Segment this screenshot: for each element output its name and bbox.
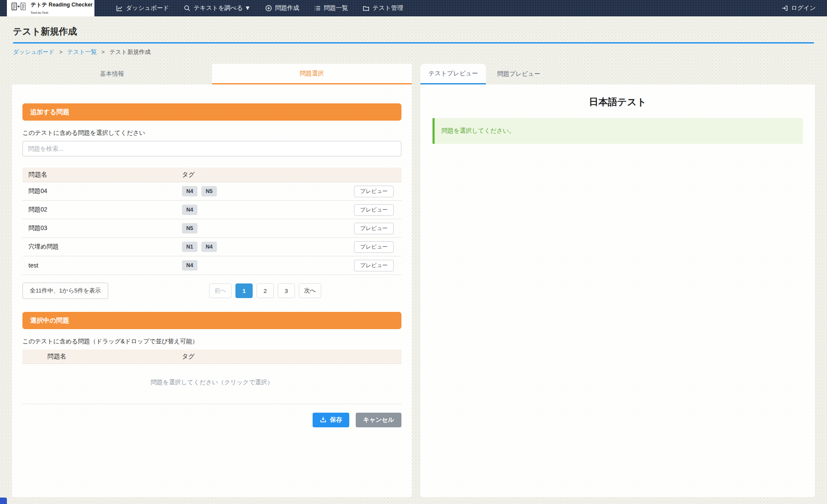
login-icon (781, 5, 788, 12)
save-icon (320, 416, 326, 424)
tag-badge: N4 (182, 186, 197, 196)
pagination-info: 全11件中、1から5件を表示 (22, 283, 108, 299)
nav-item-search-text[interactable]: テキストを調べる ▼ (184, 4, 251, 12)
table-row[interactable]: 問題02N4プレビュー (22, 201, 401, 219)
preview-test-title: 日本語テスト (432, 96, 803, 109)
problem-name: 穴埋め問題 (22, 243, 182, 251)
test-preview-card: 日本語テスト 問題を選択してください。 (420, 84, 815, 497)
table-row[interactable]: 問題03N5プレビュー (22, 219, 401, 238)
preview-button[interactable]: プレビュー (354, 223, 394, 234)
tab-test-preview[interactable]: テストプレビュー (420, 64, 486, 84)
problem-tags: N4N5 (182, 186, 354, 196)
breadcrumb-current: テスト新規作成 (110, 49, 150, 55)
search-icon (184, 5, 191, 12)
title-divider (13, 42, 814, 44)
save-button[interactable]: 保存 (313, 413, 349, 427)
form-actions: 保存 キャンセル (22, 413, 401, 427)
tag-badge: N5 (182, 223, 197, 233)
tag-badge: N1 (182, 242, 197, 252)
column-header-name: 問題名 (22, 171, 182, 179)
problem-tags: N1N4 (182, 242, 354, 252)
nav-item-label: テスト管理 (373, 4, 403, 12)
breadcrumb-separator: > (101, 49, 105, 55)
preview-tabs: テストプレビュー 問題プレビュー (420, 64, 815, 84)
tab-problem-preview[interactable]: 問題プレビュー (486, 64, 551, 84)
tag-badge: N4 (182, 260, 197, 271)
selected-problems-instruction: このテストに含める問題（ドラッグ&ドロップで並び替え可能） (22, 338, 401, 345)
tab-basic-info[interactable]: 基本情報 (12, 64, 212, 84)
problem-tags: N4 (182, 205, 354, 215)
problem-search-input[interactable] (22, 141, 401, 156)
tag-badge: N4 (201, 242, 217, 252)
folder-icon (363, 5, 370, 12)
problem-name: test (22, 262, 182, 269)
preview-button[interactable]: プレビュー (354, 260, 394, 271)
logo-title: テトテ Reading Checker (31, 2, 93, 8)
problem-name: 問題03 (22, 224, 182, 232)
pagination-pages: 前へ 1 2 3 次へ (209, 283, 321, 298)
breadcrumb-link-test-list[interactable]: テスト一覧 (67, 49, 97, 55)
problem-tags: N5 (182, 223, 354, 233)
logo-doc-arrow-icon (11, 2, 28, 14)
column-header-name: 問題名 (22, 352, 182, 361)
nav-item-create-problem[interactable]: 問題作成 (265, 4, 299, 12)
logo-text: テトテ Reading Checker Text-to-Text (31, 1, 93, 16)
pagination-prev-button[interactable]: 前へ (209, 283, 232, 298)
editor-tabs: 基本情報 問題選択 (12, 64, 412, 84)
navbar: テトテ Reading Checker Text-to-Text ダッシュボード (0, 0, 827, 16)
tag-badge: N4 (182, 205, 197, 215)
logo-subtitle: Text-to-Text (31, 11, 48, 14)
app-window: テトテ Reading Checker Text-to-Text ダッシュボード (0, 0, 827, 504)
problem-name: 問題02 (22, 206, 182, 214)
column-header-tags: タグ (182, 171, 401, 179)
problem-name: 問題04 (22, 187, 182, 195)
selected-table-header: 問題名 タグ (22, 349, 401, 364)
login-label: ログイン (791, 4, 816, 12)
problem-select-card: 追加する問題 このテストに含める問題を選択してください 問題名 タグ 問題04N… (12, 84, 412, 497)
save-label: 保存 (330, 416, 342, 424)
preview-panel: テストプレビュー 問題プレビュー 日本語テスト 問題を選択してください。 (420, 64, 815, 497)
corner-widget[interactable] (0, 498, 7, 504)
nav-items: ダッシュボード テキストを調べる ▼ 問題作成 (116, 0, 403, 16)
preview-button[interactable]: プレビュー (354, 186, 394, 197)
tab-problem-select[interactable]: 問題選択 (212, 64, 412, 84)
breadcrumb-separator: > (59, 49, 63, 55)
chart-icon (116, 5, 123, 12)
nav-item-label: テキストを調べる ▼ (194, 4, 251, 12)
content-columns: 基本情報 問題選択 追加する問題 このテストに含める問題を選択してください 問題… (0, 64, 827, 497)
column-header-tags: タグ (182, 352, 401, 361)
preview-button[interactable]: プレビュー (354, 204, 394, 216)
pagination-page-3[interactable]: 3 (278, 283, 295, 298)
selected-empty-message: 問題を選択してください（クリックで選択） (22, 364, 401, 404)
pagination-next-button[interactable]: 次へ (299, 283, 321, 298)
problem-table: 問題名 タグ 問題04N4N5プレビュー問題02N4プレビュー問題03N5プレビ… (22, 168, 401, 275)
preview-button[interactable]: プレビュー (354, 241, 394, 253)
nav-item-label: 問題作成 (275, 4, 299, 12)
logo[interactable]: テトテ Reading Checker Text-to-Text (7, 0, 94, 16)
preview-alert: 問題を選択してください。 (432, 118, 803, 144)
add-problems-header: 追加する問題 (22, 103, 401, 121)
test-editor-panel: 基本情報 問題選択 追加する問題 このテストに含める問題を選択してください 問題… (12, 64, 412, 497)
actions-divider (22, 404, 401, 404)
problem-table-header: 問題名 タグ (22, 168, 401, 182)
pagination-page-2[interactable]: 2 (257, 283, 274, 298)
list-icon (314, 5, 321, 12)
problem-table-body: 問題04N4N5プレビュー問題02N4プレビュー問題03N5プレビュー穴埋め問題… (22, 182, 401, 275)
pagination-page-1[interactable]: 1 (235, 283, 253, 298)
nav-item-label: ダッシュボード (126, 4, 169, 12)
page-title: テスト新規作成 (13, 25, 814, 37)
table-row[interactable]: 穴埋め問題N1N4プレビュー (22, 238, 401, 256)
cancel-button[interactable]: キャンセル (356, 413, 401, 427)
problem-tags: N4 (182, 260, 354, 271)
table-row[interactable]: testN4プレビュー (22, 256, 401, 275)
nav-item-test-management[interactable]: テスト管理 (363, 4, 403, 12)
tag-badge: N5 (201, 186, 217, 196)
login-button[interactable]: ログイン (781, 0, 816, 16)
table-row[interactable]: 問題04N4N5プレビュー (22, 182, 401, 201)
add-problems-instruction: このテストに含める問題を選択してください (22, 129, 401, 137)
breadcrumb-link-dashboard[interactable]: ダッシュボード (13, 49, 54, 55)
nav-item-dashboard[interactable]: ダッシュボード (116, 4, 169, 12)
nav-item-problem-list[interactable]: 問題一覧 (314, 4, 348, 12)
plus-circle-icon (265, 5, 272, 12)
pagination: 全11件中、1から5件を表示 前へ 1 2 3 次へ (22, 283, 401, 299)
